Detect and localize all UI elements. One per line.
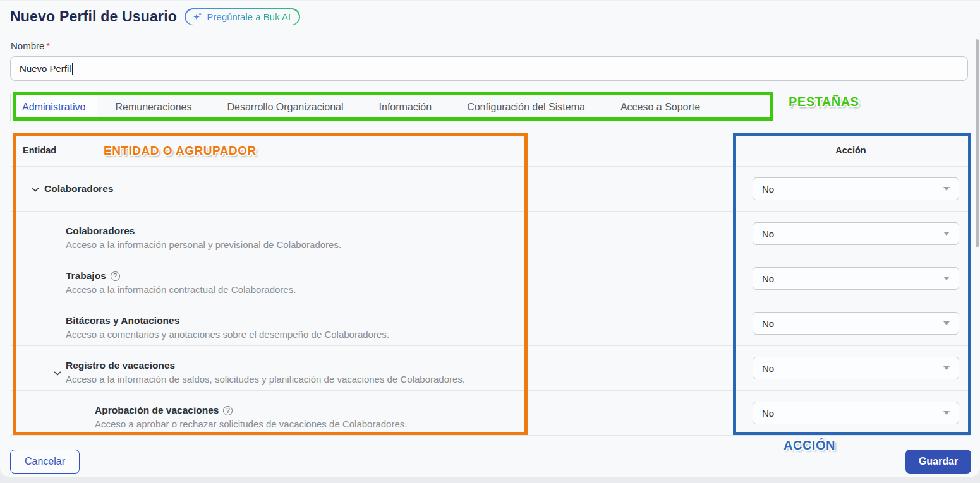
save-button[interactable]: Guardar [905, 450, 971, 474]
action-select-value: No [762, 408, 774, 419]
chevron-down-icon [943, 232, 950, 236]
action-select-value: No [762, 273, 774, 284]
profile-form-page: Nuevo Perfil de Usuario Pregúntale a Buk… [0, 0, 980, 477]
action-select[interactable]: No [753, 267, 959, 290]
table-row: Colaboradores No [10, 167, 970, 212]
entity-title: Registro de vacaciones [66, 360, 175, 371]
table-header-row: Entidad Acción [10, 134, 970, 167]
chevron-down-icon[interactable] [53, 369, 62, 378]
tab-informacion[interactable]: Información [361, 94, 450, 121]
action-select[interactable]: No [753, 312, 959, 335]
action-select-value: No [762, 229, 774, 239]
entity-description: Acceso a aprobar o rechazar solicitudes … [95, 419, 407, 429]
tab-administrativo[interactable]: Administrativo [10, 94, 97, 121]
name-input-value: Nuevo Perfil [20, 63, 71, 74]
tab-configuracion-del-sistema[interactable]: Configuración del Sistema [449, 94, 603, 121]
help-icon[interactable]: ? [111, 271, 120, 281]
tab-desarrollo-organizacional[interactable]: Desarrollo Organizacional [209, 94, 361, 121]
ask-buk-ai-inner: Pregúntale a Buk AI [186, 9, 299, 25]
cancel-button[interactable]: Cancelar [10, 450, 80, 474]
action-select-value: No [762, 318, 774, 329]
tab-acceso-a-soporte[interactable]: Acceso a Soporte [603, 94, 718, 121]
table-row: Colaboradores Acceso a la información pe… [10, 212, 970, 256]
action-select[interactable]: No [753, 177, 959, 200]
entity-title: Colaboradores [44, 183, 113, 194]
chevron-down-icon [943, 321, 950, 325]
page-title: Nuevo Perfil de Usuario [10, 8, 177, 25]
table-row: Registro de vacaciones Acceso a la infor… [10, 346, 970, 391]
chevron-down-icon [943, 411, 950, 415]
entity-title: Aprobación de vacaciones [95, 405, 219, 416]
page-header: Nuevo Perfil de Usuario Pregúntale a Buk… [10, 8, 300, 25]
entity-description: Acceso a la información personal y previ… [66, 239, 341, 250]
action-select[interactable]: No [753, 402, 959, 424]
chevron-down-icon [943, 187, 950, 191]
table-row: Trabajos ? Acceso a la información contr… [10, 256, 970, 301]
entity-title: Colaboradores [66, 225, 135, 237]
entity-column-header: Entidad [10, 145, 732, 155]
name-label: Nombre* [11, 40, 50, 51]
action-select-value: No [762, 363, 774, 374]
tab-bar: Administrativo Remuneraciones Desarrollo… [10, 94, 970, 121]
ask-buk-ai-button[interactable]: Pregúntale a Buk AI [185, 8, 300, 25]
entity-description: Acceso a comentarios y anotaciones sobre… [66, 329, 389, 340]
tab-remuneraciones[interactable]: Remuneraciones [97, 94, 209, 121]
name-label-text: Nombre [11, 40, 44, 51]
chevron-down-icon [943, 366, 950, 370]
entity-description: Acceso a la información de saldos, solic… [66, 374, 465, 385]
entity-title: Bitácoras y Anotaciones [66, 315, 179, 326]
action-select-value: No [762, 184, 774, 194]
help-icon[interactable]: ? [223, 406, 233, 415]
action-select[interactable]: No [753, 222, 959, 245]
entity-description: Acceso a la información contractual de C… [66, 284, 296, 295]
permissions-table: Entidad Acción Colaboradores No [10, 134, 970, 436]
name-input[interactable]: Nuevo Perfil [10, 56, 968, 81]
table-row: Bitácoras y Anotaciones Acceso a comenta… [10, 301, 970, 346]
chevron-down-icon [943, 277, 950, 280]
entity-title: Trabajos [66, 270, 106, 282]
sparkle-icon [192, 11, 203, 22]
ask-buk-ai-label: Pregúntale a Buk AI [207, 11, 291, 22]
required-asterisk: * [46, 40, 50, 51]
chevron-down-icon[interactable] [31, 185, 40, 194]
text-cursor [72, 63, 73, 75]
vertical-scrollbar[interactable] [976, 39, 979, 247]
action-select[interactable]: No [753, 357, 959, 379]
table-row: Aprobación de vacaciones ? Acceso a apro… [10, 391, 970, 436]
action-column-header: Acción [732, 145, 970, 155]
